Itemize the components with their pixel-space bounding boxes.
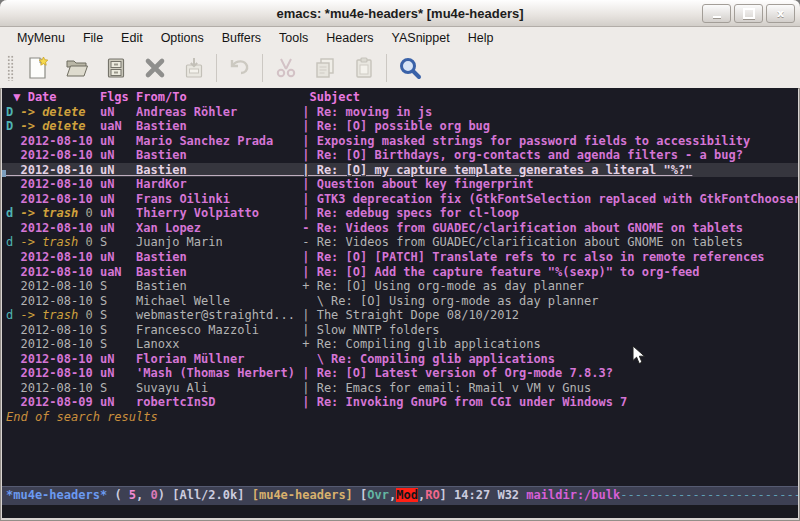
header-row[interactable]: 2012-08-10 uN Bastien | Re: [O] Birthday… — [2, 148, 798, 163]
row-segment-text: 2012-08-10 S Michael Welle \ Re: [O] Usi… — [6, 294, 598, 308]
header-row[interactable]: 2012-08-10 uN Frans Oilinki | GTK3 depre… — [2, 192, 798, 207]
headers-column-header[interactable]: ▼ Date Flgs From/To Subject — [2, 90, 798, 105]
window-controls: x — [702, 4, 795, 23]
header-row[interactable]: 2012-08-10 uN Mario Sanchez Prada | Expo… — [2, 134, 798, 149]
menu-item-buffers[interactable]: Buffers — [213, 28, 270, 48]
modeline-segment-plain: [All/2.0k] — [172, 488, 251, 502]
tool-bar — [0, 48, 800, 89]
open-folder-icon — [65, 56, 89, 80]
header-row[interactable]: D -> delete uN Andreas Röhler | Re: movi… — [2, 105, 798, 120]
row-segment-text: 2012-08-10 uN 'Mash (Thomas Herbert) | R… — [6, 366, 613, 380]
modeline-segment-plain: 14:27 W32 — [454, 488, 526, 502]
row-segment-text: uN Thierry Volpiatto | Re: edebug specs … — [93, 206, 519, 220]
row-segment-text: 2012-08-09 uN robertcInSD | Re: Invoking… — [6, 395, 627, 409]
save-buffer-button — [174, 51, 213, 85]
header-row[interactable]: 2012-08-10 S Lanoxx + Re: Compiling glib… — [2, 337, 798, 352]
row-segment-mark: D — [6, 119, 20, 133]
menu-item-help[interactable]: Help — [459, 28, 503, 48]
minimize-button[interactable] — [702, 4, 731, 23]
end-of-search-marker: End of search results — [2, 410, 798, 425]
undo-icon — [228, 56, 252, 80]
copy-button — [305, 51, 344, 85]
header-row[interactable]: 2012-08-10 uN HardKor | Question about k… — [2, 177, 798, 192]
row-segment-text: 2012-08-10 S Bastien + Re: [O] Using org… — [6, 279, 584, 293]
dired-button[interactable] — [96, 51, 135, 85]
menu-item-edit[interactable]: Edit — [112, 28, 152, 48]
toolbar-separator — [386, 54, 387, 82]
search-button[interactable] — [390, 51, 429, 85]
row-segment-mark: D — [6, 105, 20, 119]
header-row[interactable]: 2012-08-10 uN Bastien | Re: [O] [PATCH] … — [2, 250, 798, 265]
open-file-button[interactable] — [57, 51, 96, 85]
menu-item-tools[interactable]: Tools — [270, 28, 317, 48]
modeline-segment-pink: 5 — [129, 488, 136, 502]
new-file-button[interactable] — [18, 51, 57, 85]
copy-icon — [313, 56, 337, 80]
headers-list: D -> delete uN Andreas Röhler | Re: movi… — [2, 105, 798, 410]
mode-line[interactable]: *mu4e-headers* ( 5, 0) [All/2.0k] [mu4e-… — [2, 486, 798, 505]
row-segment-text: 2012-08-10 uN HardKor | Question about k… — [6, 177, 533, 191]
modeline-segment-dashes: ------------------------------ — [620, 488, 798, 502]
modeline-segment-bufname: *mu4e-headers* — [6, 488, 107, 502]
row-segment-mark: d — [6, 206, 20, 220]
paste-button — [344, 51, 383, 85]
modeline-segment-plain: ] — [440, 488, 454, 502]
row-segment-target: -> trash — [20, 206, 78, 220]
modeline-segment-mod: Mod — [396, 488, 418, 502]
row-segment-text: 2012-08-10 uN Mario Sanchez Prada | Expo… — [6, 134, 750, 148]
header-row[interactable]: 2012-08-10 S Bastien + Re: [O] Using org… — [2, 279, 798, 294]
toolbar-drag-handle[interactable] — [7, 55, 14, 81]
row-segment-text: uN Andreas Röhler | Re: moving in js — [85, 105, 432, 119]
header-row[interactable]: 2012-08-10 uN Bastien | Re: [O] my captu… — [2, 163, 798, 178]
header-row[interactable]: 2012-08-09 uN robertcInSD | Re: Invoking… — [2, 395, 798, 410]
modeline-segment-teal: Ovr — [367, 488, 389, 502]
close-button[interactable]: x — [766, 4, 795, 23]
modeline-segment-plain: ( — [107, 488, 129, 502]
row-segment-dim: 0 — [78, 235, 92, 249]
modeline-segment-plain: , — [136, 488, 150, 502]
row-segment-mark: d — [6, 308, 20, 322]
modeline-segment-pink2: 0 — [151, 488, 158, 502]
row-segment-target: -> trash — [20, 235, 78, 249]
scissors-icon — [274, 56, 298, 80]
row-segment-text: 2012-08-10 S Suvayu Ali | Re: Emacs for … — [6, 381, 591, 395]
fringe-cursor-marker — [2, 170, 6, 177]
menu-item-headers[interactable]: Headers — [317, 28, 382, 48]
row-segment-mark: d — [6, 235, 20, 249]
title-bar[interactable]: emacs: *mu4e-headers* [mu4e-headers] x — [0, 0, 800, 27]
minimize-icon — [713, 16, 721, 18]
new-file-icon — [26, 56, 50, 80]
header-row[interactable]: d -> trash 0 S webmaster@straightd... | … — [2, 308, 798, 323]
header-row[interactable]: d -> trash 0 S Juanjo Marin - Re: Videos… — [2, 235, 798, 250]
modeline-segment-magenta: maildir:/bulk — [526, 488, 620, 502]
row-segment-text: S Juanjo Marin - Re: Videos from GUADEC/… — [93, 235, 743, 249]
clipboard-icon — [352, 56, 376, 80]
header-row[interactable]: 2012-08-10 S Michael Welle \ Re: [O] Usi… — [2, 294, 798, 309]
file-cabinet-icon — [104, 56, 128, 80]
menu-item-yasnippet[interactable]: YASnippet — [383, 28, 459, 48]
header-row[interactable]: 2012-08-10 uN Florian Müllner \ Re: Comp… — [2, 352, 798, 367]
row-segment-text: 2012-08-10 S Francesco Mazzoli | Slow NN… — [6, 323, 439, 337]
row-segment-target: -> delete — [20, 105, 85, 119]
header-row[interactable]: 2012-08-10 uaN Bastien | Re: [O] Add the… — [2, 265, 798, 280]
row-segment-text: 2012-08-10 uN Bastien | Re: [O] my captu… — [6, 163, 692, 177]
header-row[interactable]: 2012-08-10 S Suvayu Ali | Re: Emacs for … — [2, 381, 798, 396]
row-segment-target: -> delete — [20, 119, 85, 133]
row-segment-text: 2012-08-10 uN Bastien | Re: [O] [PATCH] … — [6, 250, 765, 264]
header-row[interactable]: 2012-08-10 uN 'Mash (Thomas Herbert) | R… — [2, 366, 798, 381]
menu-item-mymenu[interactable]: MyMenu — [8, 28, 74, 48]
maximize-icon — [743, 8, 755, 19]
row-segment-text: 2012-08-10 uN Xan Lopez - Re: Videos fro… — [6, 221, 743, 235]
close-buffer-button[interactable] — [135, 51, 174, 85]
header-row[interactable]: D -> delete uaN Bastien | Re: [O] possib… — [2, 119, 798, 134]
header-row[interactable]: 2012-08-10 S Francesco Mazzoli | Slow NN… — [2, 323, 798, 338]
toolbar-separator — [262, 54, 263, 82]
menu-item-options[interactable]: Options — [152, 28, 213, 48]
echo-area[interactable] — [2, 505, 798, 518]
header-row[interactable]: 2012-08-10 uN Xan Lopez - Re: Videos fro… — [2, 221, 798, 236]
row-segment-text: 2012-08-10 S Lanoxx + Re: Compiling glib… — [6, 337, 541, 351]
header-row[interactable]: d -> trash 0 uN Thierry Volpiatto | Re: … — [2, 206, 798, 221]
close-icon: x — [777, 8, 784, 19]
menu-item-file[interactable]: File — [74, 28, 112, 48]
maximize-button[interactable] — [734, 4, 763, 23]
